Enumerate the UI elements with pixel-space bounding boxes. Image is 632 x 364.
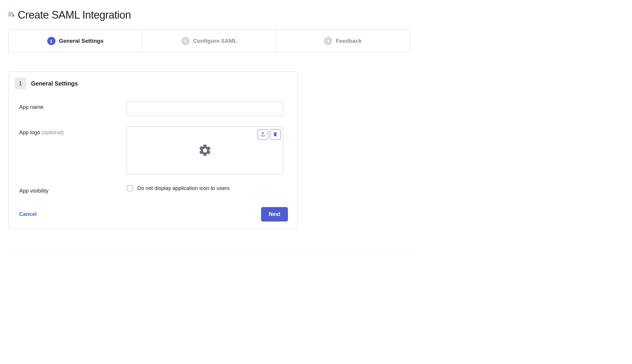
wizard-steps: 1 General Settings 2 Configure SAML 3 Fe… <box>8 29 410 53</box>
svg-rect-0 <box>9 12 9 13</box>
step-number-badge: 3 <box>324 37 332 45</box>
svg-rect-7 <box>10 15 11 16</box>
page-title: Create SAML Integration <box>18 9 131 21</box>
svg-point-8 <box>204 149 206 152</box>
app-logo-label-text: App logo <box>19 129 40 135</box>
visibility-checkbox[interactable] <box>127 185 133 191</box>
visibility-checkbox-label: Do not display application icon to users <box>137 185 229 191</box>
wizard-step-general-settings[interactable]: 1 General Settings <box>9 30 142 52</box>
trash-icon <box>273 132 278 138</box>
svg-rect-4 <box>10 14 11 15</box>
gear-icon <box>198 143 212 158</box>
step-label: Configure SAML <box>193 38 237 44</box>
svg-rect-2 <box>12 12 13 13</box>
step-number-badge: 1 <box>47 37 56 45</box>
card-step-number: 1 <box>14 78 26 89</box>
wizard-step-configure-saml[interactable]: 2 Configure SAML <box>142 30 276 52</box>
svg-rect-3 <box>9 14 9 15</box>
app-logo-dropzone[interactable] <box>127 127 283 174</box>
app-name-row: App name <box>14 101 288 116</box>
step-label: Feedback <box>336 38 362 44</box>
app-name-input[interactable] <box>127 101 283 116</box>
app-visibility-row: App visibility Do not display applicatio… <box>14 185 288 194</box>
app-logo-row: App logo (optional) <box>14 127 288 174</box>
svg-rect-5 <box>12 14 13 15</box>
divider <box>8 250 416 250</box>
next-button[interactable]: Next <box>261 207 288 222</box>
step-number-badge: 2 <box>181 37 190 45</box>
app-visibility-label: App visibility <box>19 185 127 194</box>
app-grid-plus-icon <box>8 11 16 19</box>
delete-logo-button[interactable] <box>270 129 281 140</box>
wizard-step-feedback[interactable]: 3 Feedback <box>276 30 410 52</box>
app-logo-optional-text: (optional) <box>40 129 64 135</box>
cancel-button[interactable]: Cancel <box>19 211 37 217</box>
general-settings-card: 1 General Settings App name App logo (op… <box>8 71 298 229</box>
card-title: General Settings <box>31 80 78 87</box>
page-header: Create SAML Integration <box>8 9 624 21</box>
svg-rect-6 <box>9 15 9 16</box>
upload-icon <box>260 132 265 138</box>
app-logo-label: App logo (optional) <box>19 127 127 136</box>
upload-logo-button[interactable] <box>258 129 268 140</box>
card-header: 1 General Settings <box>14 78 288 89</box>
step-label: General Settings <box>59 38 104 44</box>
svg-rect-1 <box>10 12 11 13</box>
app-name-label: App name <box>19 101 127 110</box>
form-actions: Cancel Next <box>14 205 288 222</box>
